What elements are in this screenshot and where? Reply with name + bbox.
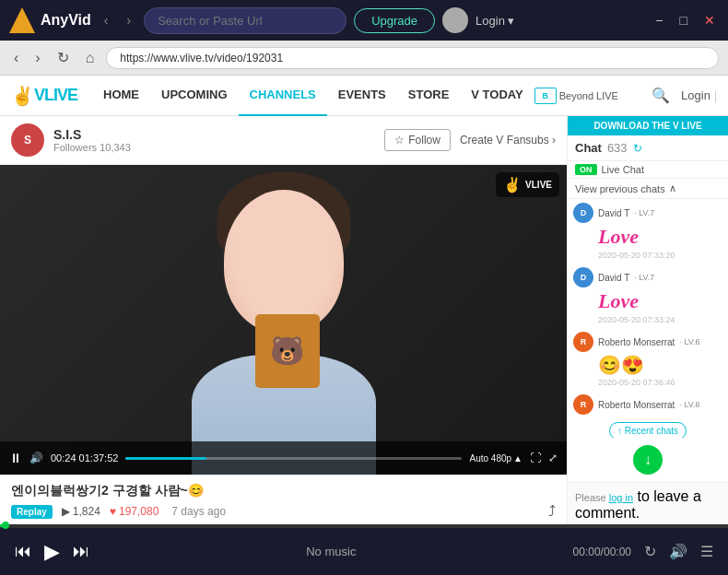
download-banner[interactable]: DOWNLOAD THE V LIVE	[568, 116, 728, 135]
main-content: S S.I.S Followers 10,343 ☆ Follow Create…	[0, 116, 728, 527]
chat-avatar: R	[573, 332, 593, 352]
channel-header: S S.I.S Followers 10,343 ☆ Follow Create…	[0, 116, 567, 165]
chat-message: R Roberto Monserrat · LV.6	[573, 394, 722, 415]
nav-item-events[interactable]: EVENTS	[327, 76, 397, 116]
chevron-right-icon: ›	[552, 134, 556, 147]
nav-forward-button[interactable]: ›	[122, 9, 137, 31]
vlive-nav-divider: |	[714, 89, 717, 102]
view-count: ▶ 1,824	[62, 505, 100, 518]
quality-button[interactable]: Auto 480p ▲	[469, 453, 523, 464]
chat-username: Roberto Monserrat	[598, 400, 675, 410]
share-button[interactable]: ⤴	[548, 503, 556, 520]
heart-icon: ♥	[110, 505, 116, 518]
upgrade-button[interactable]: Upgrade	[354, 8, 435, 33]
toy-figure: 🐻	[255, 314, 320, 388]
close-button[interactable]: ✕	[700, 11, 719, 29]
browser-forward-button[interactable]: ›	[30, 48, 44, 68]
login-button[interactable]: Login ▾	[476, 14, 514, 28]
recent-chats-button[interactable]: ↑ Recent chats	[609, 422, 687, 438]
replay-badge: Replay	[11, 505, 53, 519]
video-player[interactable]: 🐻 ✌ VLIVE ⏸ 🔊 00:24 01:37:52 Auto 480p	[0, 165, 567, 475]
chat-timestamp: 2020-05-20 07:33:20	[598, 251, 722, 260]
beyond-live-label: Beyond LIVE	[559, 90, 618, 101]
chat-refresh-icon[interactable]: ↻	[633, 142, 642, 155]
music-label: No music	[102, 545, 560, 558]
fullscreen-button[interactable]: ⛶	[530, 452, 541, 464]
video-thumbnail: 🐻	[0, 165, 567, 475]
chat-message-header: D David T · LV.7	[573, 203, 722, 223]
fansubs-link[interactable]: Create V Fansubs ›	[460, 134, 556, 147]
maximize-button[interactable]: □	[676, 11, 691, 29]
face	[224, 190, 344, 333]
browser-back-button[interactable]: ‹	[9, 48, 23, 68]
nav-item-upcoming[interactable]: UPCOMING	[150, 76, 239, 116]
chat-level: · LV.6	[679, 337, 699, 346]
video-title: 엔이의블럭쌍기2 구경할 사람~😊	[11, 483, 556, 499]
bottom-progress-area	[0, 524, 728, 527]
nav-item-home[interactable]: HOME	[92, 76, 150, 116]
chat-label: Chat	[575, 141, 602, 155]
chat-section: DOWNLOAD THE V LIVE Chat 633 ↻ ON Live C…	[567, 116, 728, 527]
minimize-button[interactable]: −	[652, 11, 666, 29]
video-meta: Replay ▶ 1,824 ♥ 197,080 7 days ago ⤴	[11, 503, 556, 520]
download-button[interactable]: ↓	[633, 445, 663, 475]
vlive-logo-icon: ✌	[11, 85, 34, 107]
window-controls: − □ ✕	[652, 11, 719, 29]
nav-item-beyond-live[interactable]: B Beyond LIVE	[534, 88, 618, 104]
next-track-button[interactable]: ⏭	[73, 542, 89, 561]
logo-icon	[9, 7, 35, 33]
player-time: 00:00/00:00	[573, 546, 631, 558]
nav-back-button[interactable]: ‹	[99, 9, 114, 31]
chat-message-header: R Roberto Monserrat · LV.6	[573, 394, 722, 415]
chevron-up-icon: ∧	[669, 182, 676, 194]
vlive-login-label[interactable]: Login	[681, 88, 710, 102]
queue-button[interactable]: ☰	[700, 543, 713, 560]
chat-login-link[interactable]: log in	[609, 492, 633, 503]
view-previous-chats[interactable]: View previous chats ∧	[568, 179, 728, 199]
video-progress-fill	[125, 457, 206, 460]
chat-love-text: Love	[598, 225, 722, 249]
chat-avatar: R	[573, 394, 593, 415]
repeat-button[interactable]: ↻	[644, 543, 656, 560]
play-pause-button[interactable]: ▶	[44, 540, 60, 564]
video-progress-bar[interactable]	[125, 457, 462, 460]
browser-home-button[interactable]: ⌂	[81, 48, 100, 68]
nav-item-channels[interactable]: CHANNELS	[239, 76, 327, 116]
browser-bar: ‹ › ↻ ⌂	[0, 41, 728, 76]
url-bar[interactable]	[106, 47, 719, 69]
chat-message-header: R Roberto Monserrat · LV.6	[573, 332, 722, 352]
video-controls: ⏸ 🔊 00:24 01:37:52 Auto 480p ▲ ⛶ ⤢	[0, 441, 567, 475]
like-count: ♥ 197,080	[110, 505, 159, 518]
previous-track-button[interactable]: ⏮	[15, 542, 31, 561]
bottom-player: ⏮ ▶ ⏭ No music 00:00/00:00 ↻ 🔊 ☰	[0, 527, 728, 575]
video-date: 7 days ago	[171, 505, 226, 518]
vlive-logo[interactable]: ✌ VLIVE	[11, 85, 77, 107]
follow-button[interactable]: ☆ Follow	[384, 129, 451, 151]
channel-info: S.I.S Followers 10,343	[53, 127, 375, 153]
chat-message: R Roberto Monserrat · LV.6 😊😍 2020-05-20…	[573, 332, 722, 387]
video-info: 엔이의블럭쌍기2 구경할 사람~😊 Replay ▶ 1,824 ♥ 197,0…	[0, 475, 567, 527]
vlive-search-icon[interactable]: 🔍	[652, 87, 670, 104]
on-badge: ON	[575, 164, 597, 175]
chat-username: David T	[598, 273, 629, 283]
video-pause-button[interactable]: ⏸	[9, 451, 22, 465]
chat-timestamp: 2020-05-20 07:36:46	[598, 378, 722, 387]
chat-input-area: Please log in to leave a comment.	[568, 482, 728, 527]
chat-status: ON Live Chat	[568, 161, 728, 179]
nav-item-vtoday[interactable]: V TODAY	[460, 76, 534, 116]
chat-love-text: Love	[598, 289, 722, 313]
title-bar: AnyVid ‹ › Upgrade Login ▾ − □ ✕	[0, 0, 728, 41]
nav-item-store[interactable]: STORE	[397, 76, 461, 116]
app-name: AnyVid	[41, 12, 91, 29]
channel-avatar: S	[11, 123, 44, 157]
browser-refresh-button[interactable]: ↻	[53, 47, 74, 68]
resize-button[interactable]: ⤢	[548, 452, 558, 464]
chat-message: D David T · LV.7 Love 2020-05-20 07:33:2…	[573, 267, 722, 324]
channel-name: S.I.S	[53, 127, 375, 142]
chat-level: · LV.7	[634, 208, 654, 217]
vlive-nav: ✌ VLIVE HOME UPCOMING CHANNELS EVENTS ST…	[0, 76, 728, 116]
video-section: S S.I.S Followers 10,343 ☆ Follow Create…	[0, 116, 567, 527]
chat-timestamp: 2020-05-20 07:33:24	[598, 315, 722, 324]
volume-button[interactable]: 🔊	[669, 543, 687, 560]
search-input[interactable]	[144, 7, 346, 34]
